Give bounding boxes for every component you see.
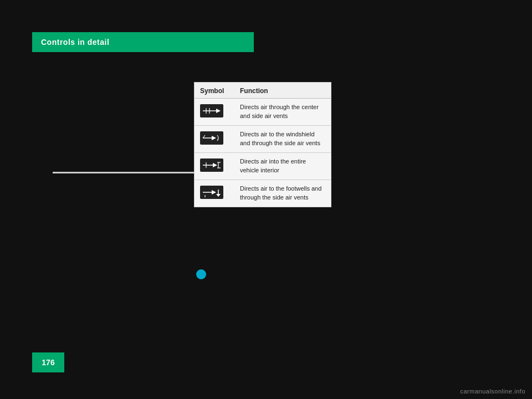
symbol-cell xyxy=(200,130,240,145)
header-bar: Controls in detail xyxy=(32,32,254,52)
svg-marker-8 xyxy=(213,163,217,167)
table-row: Directs air through the center and side … xyxy=(195,99,331,126)
symbols-table: Symbol Function Directs air through the … xyxy=(194,82,331,207)
svg-marker-14 xyxy=(212,190,216,195)
windshield-side-vents-icon xyxy=(200,131,223,145)
function-text-2: Directs air to the windshield and throug… xyxy=(240,130,325,148)
page-number-box: 176 xyxy=(32,352,64,372)
symbol-cell xyxy=(200,185,240,199)
table-header-row: Symbol Function xyxy=(195,83,331,99)
function-text-4: Directs air to the footwells and through… xyxy=(240,185,325,202)
symbol-cell xyxy=(200,157,240,172)
symbol-column-header: Symbol xyxy=(200,87,240,95)
vent-svg-2 xyxy=(202,133,222,143)
function-column-header: Function xyxy=(240,87,325,95)
svg-marker-1 xyxy=(216,109,221,113)
center-side-vents-icon xyxy=(200,104,223,117)
footwells-side-vents-icon xyxy=(200,186,223,199)
page-number: 176 xyxy=(42,358,54,367)
entire-interior-icon xyxy=(200,158,223,172)
vent-svg-4 xyxy=(202,187,222,197)
svg-marker-5 xyxy=(212,136,216,140)
svg-marker-16 xyxy=(216,194,221,197)
horizontal-divider xyxy=(53,172,194,173)
vent-svg-3 xyxy=(202,160,222,170)
watermark: carmanualsonline.info xyxy=(460,388,525,395)
vent-svg-1 xyxy=(202,106,222,116)
blue-dot-indicator xyxy=(196,269,206,279)
symbol-cell xyxy=(200,103,240,117)
table-row: Directs air to the windshield and throug… xyxy=(195,126,331,153)
table-row: Directs air into the entire vehicle inte… xyxy=(195,153,331,180)
header-title: Controls in detail xyxy=(41,38,109,47)
function-text-1: Directs air through the center and side … xyxy=(240,103,325,121)
function-text-3: Directs air into the entire vehicle inte… xyxy=(240,157,325,175)
table-row: Directs air to the footwells and through… xyxy=(195,180,331,207)
